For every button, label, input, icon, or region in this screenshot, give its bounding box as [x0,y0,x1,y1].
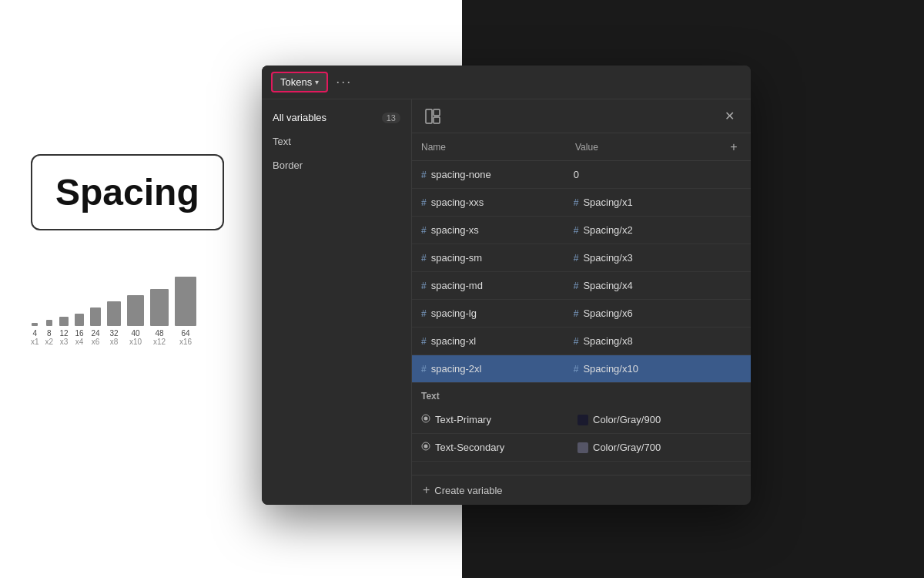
row-name: spacing-lg [431,307,574,319]
row-name: spacing-none [431,169,574,180]
value-hash-icon: # [574,225,579,236]
bar-labels: 24x6 [92,329,100,346]
spacing-bar [150,289,169,326]
bar-mult-label: x12 [153,338,166,346]
table-row[interactable]: Text-SecondaryColor/Gray/700 [412,434,751,462]
bar-item: 40x10 [127,295,144,346]
bar-labels: 64x16 [179,329,192,346]
more-options-icon[interactable]: ··· [336,74,352,90]
row-value-text: Color/Gray/700 [593,442,661,453]
row-name: spacing-2xl [431,363,574,375]
bar-labels: 40x10 [129,329,142,346]
spacing-bar [59,317,69,326]
hash-icon: # [421,170,427,180]
create-variable-label: Create variable [434,485,502,496]
bar-mult-label: x3 [60,338,69,346]
row-value-text: Spacing/x10 [583,363,638,375]
variables-header: ✕ [412,99,751,133]
variables-panel: Tokens ▾ ··· All variables 13 Text Borde… [262,66,751,505]
bar-labels: 48x12 [153,329,166,346]
bar-labels: 4x1 [31,329,39,346]
svg-point-4 [424,417,428,421]
spacing-bar [175,277,196,326]
row-name: spacing-sm [431,252,574,264]
bar-size-label: 8 [47,329,52,338]
row-value-text: Spacing/x8 [583,335,632,347]
bar-labels: 12x3 [60,329,69,346]
color-swatch [578,442,588,453]
sidebar-item-border[interactable]: Border [262,153,411,177]
spacing-bar [75,314,84,326]
value-hash-icon: # [574,253,579,264]
svg-rect-2 [434,117,440,123]
table-row[interactable]: #spacing-xs#Spacing/x2 [412,217,751,244]
bar-size-label: 12 [60,329,69,338]
table-row[interactable]: #spacing-xxs#Spacing/x1 [412,189,751,217]
sidebar-item-label: Text [273,136,291,147]
row-value: #Spacing/x4 [574,280,742,291]
spacing-bar [46,320,52,326]
spacing-bar [32,323,38,326]
row-value-text: Spacing/x6 [583,307,632,319]
bar-item: 32x8 [107,301,121,346]
bar-item: 24x6 [90,307,101,346]
row-name: spacing-md [431,280,574,291]
tokens-tab[interactable]: Tokens ▾ [271,72,328,92]
sidebar-item-text[interactable]: Text [262,129,411,153]
value-hash-icon: # [574,364,579,375]
row-name: spacing-xl [431,335,574,347]
sidebar-item-all-variables[interactable]: All variables 13 [262,106,411,129]
row-value: #Spacing/x6 [574,307,742,319]
hash-icon: # [421,225,427,236]
bar-labels: 16x4 [75,329,84,346]
table-row[interactable]: #spacing-none0 [412,161,751,189]
table-row[interactable]: #spacing-xl#Spacing/x8 [412,328,751,355]
bar-item: 4x1 [31,323,39,346]
sidebar-item-label: Border [273,160,303,171]
row-value: #Spacing/x8 [574,335,742,347]
row-value-text: Spacing/x3 [583,252,632,264]
bar-item: 12x3 [59,317,69,346]
hash-icon: # [421,197,427,208]
spacing-bar [90,307,101,326]
table-row[interactable]: #spacing-2xl#Spacing/x10 [412,355,751,383]
row-value: #Spacing/x2 [574,224,742,236]
hash-icon: # [421,253,427,264]
close-icon[interactable]: ✕ [720,107,738,126]
row-value: Color/Gray/900 [578,414,742,425]
layout-icon[interactable] [424,108,441,125]
value-hash-icon: # [574,281,579,291]
hash-icon: # [421,364,427,375]
tokens-bar: Tokens ▾ ··· [262,66,751,99]
tokens-tab-label: Tokens [280,76,312,88]
value-hash-icon: # [574,308,579,319]
col-name-header: Name [421,142,575,153]
bar-mult-label: x8 [110,338,119,346]
bar-mult-label: x2 [45,338,54,346]
table-row[interactable]: #spacing-lg#Spacing/x6 [412,300,751,328]
bar-size-label: 4 [33,329,38,338]
svg-rect-0 [426,109,432,123]
bar-mult-label: x6 [92,338,100,346]
variables-main: ✕ Name Value + #spacing-none0#spacing-xx… [412,99,751,505]
create-variable-footer[interactable]: + Create variable [412,475,751,505]
col-value-header: Value [575,142,726,153]
row-value: Color/Gray/700 [578,442,742,453]
svg-rect-1 [434,109,440,116]
color-swatch [578,415,588,425]
table-body: #spacing-none0#spacing-xxs#Spacing/x1#sp… [412,161,751,475]
row-value-text: Spacing/x1 [583,197,632,208]
row-value: #Spacing/x10 [574,363,742,375]
table-row[interactable]: #spacing-sm#Spacing/x3 [412,244,751,272]
bar-size-label: 24 [92,329,100,338]
bar-labels: 8x2 [45,329,54,346]
color-type-icon [421,414,430,425]
spacing-card: Spacing [31,154,224,230]
spacing-bar [127,295,144,326]
sidebar-item-label: All variables [273,112,326,123]
hash-icon: # [421,336,427,347]
hash-icon: # [421,281,427,291]
table-row[interactable]: #spacing-md#Spacing/x4 [412,272,751,300]
table-row[interactable]: Text-PrimaryColor/Gray/900 [412,406,751,434]
add-variable-icon[interactable]: + [726,140,742,154]
